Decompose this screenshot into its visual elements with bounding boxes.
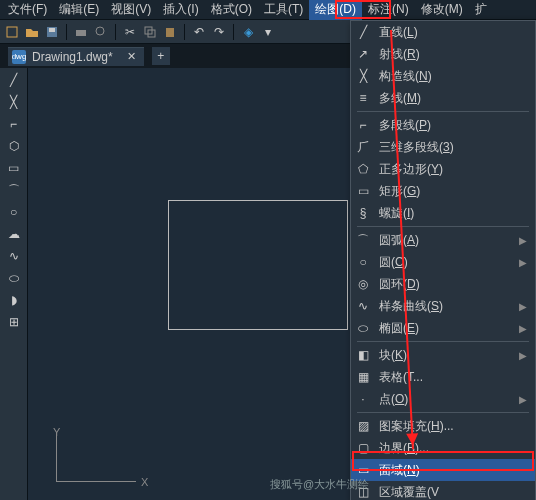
- ellipse-tool-icon[interactable]: ⬭: [6, 270, 22, 286]
- rect-icon: ▭: [355, 183, 371, 199]
- menu-item-spline[interactable]: ∿样条曲线(S)▶: [351, 295, 535, 317]
- spline-tool-icon[interactable]: ∿: [6, 248, 22, 264]
- polygon-tool-icon[interactable]: ⬡: [6, 138, 22, 154]
- menu-item-block[interactable]: ◧块(K)▶: [351, 344, 535, 366]
- menu-item-circle[interactable]: ○圆(C)▶: [351, 251, 535, 273]
- menu-item-label: 直线(L): [379, 24, 527, 41]
- menu-item-point[interactable]: ·点(O)▶: [351, 388, 535, 410]
- redo-icon[interactable]: ↷: [211, 24, 227, 40]
- menu-item-helix[interactable]: §螺旋(I): [351, 202, 535, 224]
- tab-title: Drawing1.dwg*: [32, 50, 113, 64]
- close-icon[interactable]: ✕: [127, 50, 136, 63]
- menu-item-mline[interactable]: ≡多线(M): [351, 87, 535, 109]
- document-tab[interactable]: dwg Drawing1.dwg* ✕: [8, 47, 144, 66]
- circle-icon: ○: [355, 254, 371, 270]
- menu-item-wipeout[interactable]: ◫区域覆盖(V: [351, 481, 535, 500]
- draw-menu-dropdown: ╱直线(L)↗射线(R)╳构造线(N)≡多线(M)⌐多段线(P)⺁三维多段线(3…: [350, 20, 536, 500]
- dwg-file-icon: dwg: [12, 50, 26, 64]
- menu-item-label: 构造线(N): [379, 68, 527, 85]
- submenu-arrow-icon: ▶: [519, 323, 527, 334]
- arc-tool-icon[interactable]: ⌒: [6, 182, 22, 198]
- add-tab-button[interactable]: +: [152, 47, 170, 65]
- menu-item-pline[interactable]: ⌐多段线(P): [351, 114, 535, 136]
- cut-icon[interactable]: ✂: [122, 24, 138, 40]
- mline-icon: ≡: [355, 90, 371, 106]
- save-icon[interactable]: [44, 24, 60, 40]
- menu-3[interactable]: 插入(I): [157, 0, 204, 20]
- new-icon[interactable]: [4, 24, 20, 40]
- copy-icon[interactable]: [142, 24, 158, 40]
- drawn-rectangle: [168, 200, 348, 330]
- annotation-box: [335, 0, 391, 19]
- menu-item-hatch[interactable]: ▨图案填充(H)...: [351, 415, 535, 437]
- 3dpoly-icon: ⺁: [355, 139, 371, 155]
- insert-tool-icon[interactable]: ⊞: [6, 314, 22, 330]
- menu-1[interactable]: 编辑(E): [53, 0, 105, 20]
- hatch-icon: ▨: [355, 418, 371, 434]
- svg-rect-3: [76, 30, 86, 36]
- paste-icon[interactable]: [162, 24, 178, 40]
- menubar: 文件(F)编辑(E)视图(V)插入(I)格式(O)工具(T)绘图(D)标注(N)…: [0, 0, 536, 20]
- menu-item-line[interactable]: ╱直线(L): [351, 21, 535, 43]
- menu-item-arc[interactable]: ⌒圆弧(A)▶: [351, 229, 535, 251]
- menu-item-label: 圆弧(A): [379, 232, 511, 249]
- menu-8[interactable]: 修改(M): [415, 0, 469, 20]
- rect-tool-icon[interactable]: ▭: [6, 160, 22, 176]
- menu-item-polygon[interactable]: ⬠正多边形(Y): [351, 158, 535, 180]
- menu-item-label: 多线(M): [379, 90, 527, 107]
- xline-icon: ╳: [355, 68, 371, 84]
- open-icon[interactable]: [24, 24, 40, 40]
- ellipse-arc-tool-icon[interactable]: ◗: [6, 292, 22, 308]
- plot-icon[interactable]: [73, 24, 89, 40]
- menu-item-xline[interactable]: ╳构造线(N): [351, 65, 535, 87]
- menu-item-table[interactable]: ▦表格(T...: [351, 366, 535, 388]
- menu-item-label: 矩形(G): [379, 183, 527, 200]
- menu-4[interactable]: 格式(O): [205, 0, 258, 20]
- menu-item-label: 多段线(P): [379, 117, 527, 134]
- menu-item-label: 点(O): [379, 391, 511, 408]
- submenu-arrow-icon: ▶: [519, 394, 527, 405]
- watermark: 搜狐号@大水牛测绘: [270, 477, 369, 492]
- menu-9[interactable]: 扩: [469, 0, 493, 20]
- dwg-icon[interactable]: ◈: [240, 24, 256, 40]
- svg-rect-2: [49, 28, 55, 32]
- tool-palette: ╱ ╳ ⌐ ⬡ ▭ ⌒ ○ ☁ ∿ ⬭ ◗ ⊞: [0, 68, 28, 500]
- helix-icon: §: [355, 205, 371, 221]
- svg-point-4: [96, 27, 104, 35]
- arc-icon: ⌒: [355, 232, 371, 248]
- pline-icon: ⌐: [355, 117, 371, 133]
- preview-icon[interactable]: [93, 24, 109, 40]
- circle-tool-icon[interactable]: ○: [6, 204, 22, 220]
- polygon-icon: ⬠: [355, 161, 371, 177]
- menu-5[interactable]: 工具(T): [258, 0, 309, 20]
- revcloud-tool-icon[interactable]: ☁: [6, 226, 22, 242]
- menu-item-3dpoly[interactable]: ⺁三维多段线(3): [351, 136, 535, 158]
- chevron-down-icon[interactable]: ▾: [260, 24, 276, 40]
- menu-item-ellipse[interactable]: ⬭椭圆(E)▶: [351, 317, 535, 339]
- menu-item-label: 正多边形(Y): [379, 161, 527, 178]
- menu-item-label: 圆(C): [379, 254, 511, 271]
- menu-item-ray[interactable]: ↗射线(R): [351, 43, 535, 65]
- menu-item-label: 区域覆盖(V: [379, 484, 527, 501]
- spline-icon: ∿: [355, 298, 371, 314]
- menu-item-label: 图案填充(H)...: [379, 418, 527, 435]
- pline-tool-icon[interactable]: ⌐: [6, 116, 22, 132]
- menu-item-rect[interactable]: ▭矩形(G): [351, 180, 535, 202]
- donut-icon: ◎: [355, 276, 371, 292]
- menu-0[interactable]: 文件(F): [2, 0, 53, 20]
- svg-rect-7: [166, 28, 174, 37]
- menu-item-label: 射线(R): [379, 46, 527, 63]
- submenu-arrow-icon: ▶: [519, 350, 527, 361]
- undo-icon[interactable]: ↶: [191, 24, 207, 40]
- submenu-arrow-icon: ▶: [519, 257, 527, 268]
- menu-item-label: 三维多段线(3): [379, 139, 527, 156]
- menu-item-label: 样条曲线(S): [379, 298, 511, 315]
- point-icon: ·: [355, 391, 371, 407]
- ellipse-icon: ⬭: [355, 320, 371, 336]
- menu-item-label: 椭圆(E): [379, 320, 511, 337]
- line-tool-icon[interactable]: ╱: [6, 72, 22, 88]
- menu-2[interactable]: 视图(V): [105, 0, 157, 20]
- menu-item-donut[interactable]: ◎圆环(D): [351, 273, 535, 295]
- xline-tool-icon[interactable]: ╳: [6, 94, 22, 110]
- annotation-box: [352, 451, 534, 471]
